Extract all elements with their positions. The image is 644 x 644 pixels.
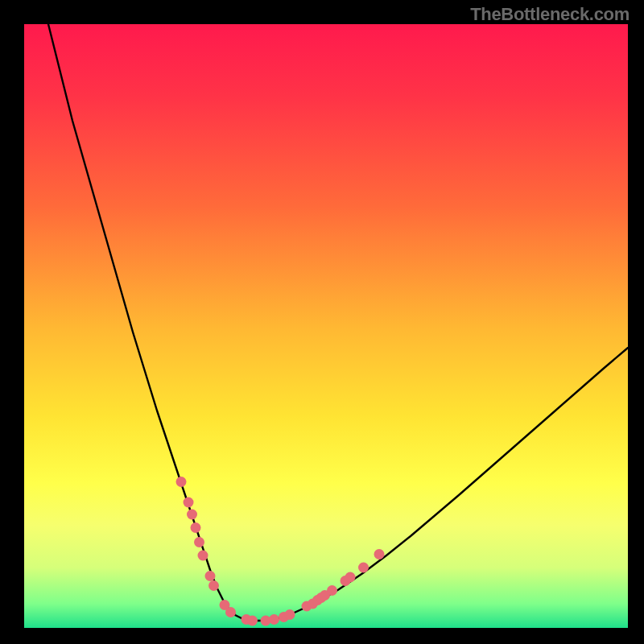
highlight-dot: [247, 616, 258, 626]
highlight-dot: [358, 563, 369, 573]
highlight-dot: [205, 571, 216, 581]
highlight-dot: [194, 537, 204, 547]
highlight-dot: [176, 477, 187, 487]
curve-layer: [24, 24, 628, 628]
highlight-dots-group: [176, 477, 385, 626]
highlight-dot: [184, 497, 194, 508]
highlight-dot: [285, 609, 295, 620]
chart-frame: TheBottleneck.com: [0, 0, 644, 644]
highlight-dot: [198, 551, 208, 561]
watermark-text: TheBottleneck.com: [470, 4, 630, 25]
highlight-dot: [191, 522, 201, 533]
highlight-dot: [345, 572, 356, 583]
bottleneck-curve: [48, 24, 628, 621]
highlight-dot: [374, 549, 385, 559]
highlight-dot: [187, 510, 197, 520]
highlight-dot: [225, 607, 236, 617]
plot-gradient-area: [24, 24, 628, 628]
highlight-dot: [269, 614, 279, 625]
highlight-dot: [208, 580, 219, 591]
highlight-dot: [327, 585, 337, 596]
